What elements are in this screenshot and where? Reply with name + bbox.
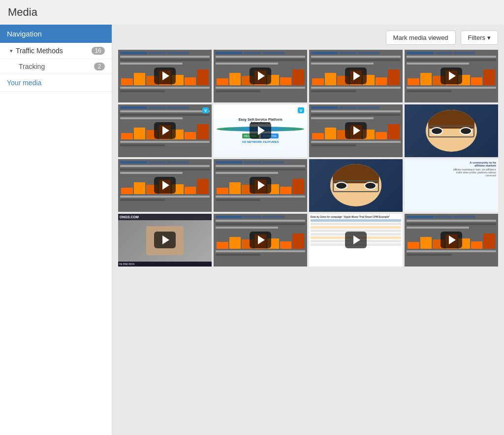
media-thumb-15[interactable]: Data by Zone for campaign "Apple Music T…: [309, 214, 403, 267]
media-thumb-2[interactable]: [214, 50, 307, 102]
sidebar-item-traffic-methods[interactable]: ▾ Traffic Methods 16: [0, 43, 112, 59]
sidebar-nav-header: Navigation: [0, 25, 112, 43]
play-button[interactable]: [250, 67, 271, 84]
page-title: Media: [0, 0, 504, 25]
traffic-methods-label: Traffic Methods: [16, 47, 63, 55]
content-area: Mark media viewed Filters ▾: [112, 25, 504, 435]
media-thumb-16[interactable]: [405, 214, 498, 267]
traffic-methods-badge: 16: [92, 47, 105, 55]
chevron-down-icon: ▾: [10, 48, 13, 54]
media-grid: v Easy Self-Service PlatformAdvertisers!…: [118, 50, 498, 267]
media-thumb-3[interactable]: [309, 50, 403, 102]
play-button[interactable]: [250, 177, 271, 194]
play-button[interactable]: [154, 67, 176, 84]
filters-chevron-icon: ▾: [487, 34, 491, 41]
media-thumb-9[interactable]: [118, 159, 212, 212]
play-button[interactable]: [250, 232, 271, 248]
media-thumb-1[interactable]: [118, 50, 212, 102]
play-button[interactable]: [250, 122, 271, 139]
vimeo-badge: v: [298, 107, 304, 113]
vimeo-badge: v: [202, 107, 209, 113]
media-thumb-8[interactable]: [405, 104, 498, 157]
media-thumb-12[interactable]: A community to heaffiliate marketi affil…: [405, 159, 498, 212]
sidebar-link-your-media[interactable]: Your media: [0, 74, 112, 92]
filters-label: Filters: [468, 34, 485, 41]
play-button[interactable]: [345, 232, 367, 248]
play-button[interactable]: [154, 177, 176, 194]
play-button[interactable]: [441, 232, 462, 248]
play-button[interactable]: [441, 67, 462, 84]
media-thumb-11[interactable]: [309, 159, 403, 212]
sidebar: Navigation ▾ Traffic Methods 16 Tracking…: [0, 25, 112, 435]
tracking-badge: 2: [94, 63, 105, 70]
media-thumb-6[interactable]: Easy Self-Service PlatformAdvertisers! R…: [214, 104, 307, 157]
media-thumb-5[interactable]: v: [118, 104, 212, 157]
media-thumb-4[interactable]: [405, 50, 498, 102]
content-toolbar: Mark media viewed Filters ▾: [118, 31, 498, 45]
play-button[interactable]: [345, 67, 367, 84]
media-thumb-13[interactable]: ONGS.COM HE BND BON: [118, 214, 212, 267]
mark-media-viewed-button[interactable]: Mark media viewed: [386, 31, 456, 45]
media-thumb-14[interactable]: [214, 214, 307, 267]
media-thumb-10[interactable]: [214, 159, 307, 212]
sidebar-subitem-tracking[interactable]: Tracking 2: [0, 59, 112, 74]
tracking-label: Tracking: [19, 63, 45, 70]
media-thumb-7[interactable]: [309, 104, 403, 157]
play-button[interactable]: [345, 122, 367, 139]
play-button[interactable]: [154, 232, 176, 248]
filters-button[interactable]: Filters ▾: [461, 31, 498, 45]
play-button[interactable]: [154, 122, 176, 139]
